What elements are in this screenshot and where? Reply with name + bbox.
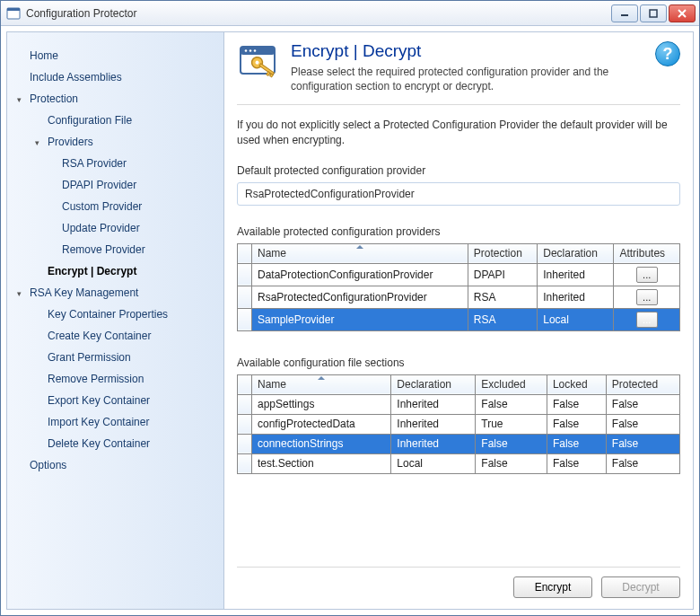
maximize-button[interactable] [640,4,667,22]
section-excluded: False [476,453,547,473]
content-panel: Encrypt | Decrypt Please select the requ… [224,31,694,610]
default-provider-field: RsaProtectedConfigurationProvider [237,182,680,206]
table-row[interactable]: connectionStringsInheritedFalseFalseFals… [238,434,680,453]
help-button[interactable]: ? [655,41,680,66]
section-locked: False [547,434,606,453]
table-row[interactable]: appSettingsInheritedFalseFalseFalse [238,394,680,414]
attributes-button[interactable]: ... [636,289,658,305]
app-icon [6,6,21,21]
sections-col-excluded[interactable]: Excluded [476,374,547,394]
app-window: Configuration Protector Home Include Ass… [0,0,700,616]
page-title: Encrypt | Decrypt [291,41,648,61]
svg-rect-3 [650,10,657,17]
page-header: Encrypt | Decrypt Please select the requ… [237,41,680,105]
default-provider-label: Default protected configuration provider [237,164,680,177]
nav-encrypt-decrypt[interactable]: Encrypt | Decrypt [7,260,223,282]
provider-name: SampleProvider [252,308,468,330]
close-button[interactable] [669,4,696,22]
table-row[interactable]: RsaProtectedConfigurationProviderRSAInhe… [238,286,680,308]
section-excluded: True [476,414,547,434]
nav-update-provider[interactable]: Update Provider [7,217,223,239]
window-title: Configuration Protector [26,7,609,20]
window-buttons [609,4,696,22]
sections-col-name[interactable]: Name [252,374,391,394]
providers-col-declaration[interactable]: Declaration [538,243,614,263]
attributes-button[interactable]: ... [636,267,658,283]
decrypt-button[interactable]: Decrypt [601,576,680,598]
sidebar: Home Include Assemblies Protection Confi… [6,31,224,610]
key-window-icon [237,41,280,84]
nav-providers[interactable]: Providers [7,131,223,153]
section-declaration: Inherited [391,434,476,453]
provider-declaration: Inherited [538,286,614,308]
section-name: connectionStrings [252,434,391,453]
table-row[interactable]: configProtectedDataInheritedTrueFalseFal… [238,414,680,434]
provider-name: DataProtectionConfigurationProvider [252,263,468,286]
nav-grant-permission[interactable]: Grant Permission [7,347,223,368]
footer: Encrypt Decrypt [237,567,680,598]
nav-home[interactable]: Home [7,45,223,66]
section-declaration: Local [391,453,476,473]
sections-col-declaration[interactable]: Declaration [391,374,476,394]
svg-point-10 [254,49,257,52]
section-name: appSettings [252,394,391,414]
section-protected: False [606,414,679,434]
section-name: configProtectedData [252,414,391,434]
minimize-button[interactable] [611,4,638,22]
provider-name: RsaProtectedConfigurationProvider [252,286,468,308]
section-protected: False [606,434,679,453]
sections-caption: Available configuration file sections [237,356,680,369]
providers-table[interactable]: Name Protection Declaration Attributes D… [237,243,680,331]
section-excluded: False [476,394,547,414]
providers-col-attributes[interactable]: Attributes [614,243,680,263]
section-excluded: False [476,434,547,453]
provider-protection: RSA [468,308,537,330]
nav-rsa-key-management[interactable]: RSA Key Management [7,282,223,304]
section-name: test.Section [252,453,391,473]
nav-delete-key-container[interactable]: Delete Key Container [7,433,223,454]
sections-col-protected[interactable]: Protected [606,374,679,394]
svg-point-9 [249,49,252,52]
nav-key-container-properties[interactable]: Key Container Properties [7,304,223,325]
attributes-button[interactable]: ... [636,312,658,328]
page-subtitle: Please select the required protected con… [291,65,648,93]
info-text: If you do not explicitly select a Protec… [237,118,680,148]
section-protected: False [606,453,679,473]
nav-remove-provider[interactable]: Remove Provider [7,239,223,260]
section-declaration: Inherited [391,394,476,414]
section-locked: False [547,453,606,473]
provider-protection: RSA [468,286,537,308]
nav-rsa-provider[interactable]: RSA Provider [7,153,223,174]
nav-dpapi-provider[interactable]: DPAPI Provider [7,174,223,196]
sections-table[interactable]: Name Declaration Excluded Locked Protect… [237,374,680,474]
nav-export-key-container[interactable]: Export Key Container [7,390,223,411]
nav-include-assemblies[interactable]: Include Assemblies [7,66,223,88]
providers-col-name[interactable]: Name [252,243,468,263]
table-row[interactable]: test.SectionLocalFalseFalseFalse [238,453,680,473]
section-protected: False [606,394,679,414]
sections-col-locked[interactable]: Locked [547,374,606,394]
nav-custom-provider[interactable]: Custom Provider [7,196,223,217]
providers-col-protection[interactable]: Protection [468,243,537,263]
provider-protection: DPAPI [468,263,537,286]
nav-remove-permission[interactable]: Remove Permission [7,368,223,390]
titlebar: Configuration Protector [1,1,699,26]
svg-rect-1 [7,8,20,11]
provider-declaration: Local [538,308,614,330]
table-row[interactable]: SampleProviderRSALocal... [238,308,680,330]
nav-configuration-file[interactable]: Configuration File [7,110,223,131]
nav-import-key-container[interactable]: Import Key Container [7,411,223,433]
nav-protection[interactable]: Protection [7,88,223,110]
section-locked: False [547,394,606,414]
provider-declaration: Inherited [538,263,614,286]
section-locked: False [547,414,606,434]
nav-options[interactable]: Options [7,454,223,476]
nav-create-key-container[interactable]: Create Key Container [7,325,223,347]
section-declaration: Inherited [391,414,476,434]
encrypt-button[interactable]: Encrypt [513,576,592,598]
svg-point-8 [245,49,248,52]
table-row[interactable]: DataProtectionConfigurationProviderDPAPI… [238,263,680,286]
providers-caption: Available protected configuration provid… [237,225,680,238]
